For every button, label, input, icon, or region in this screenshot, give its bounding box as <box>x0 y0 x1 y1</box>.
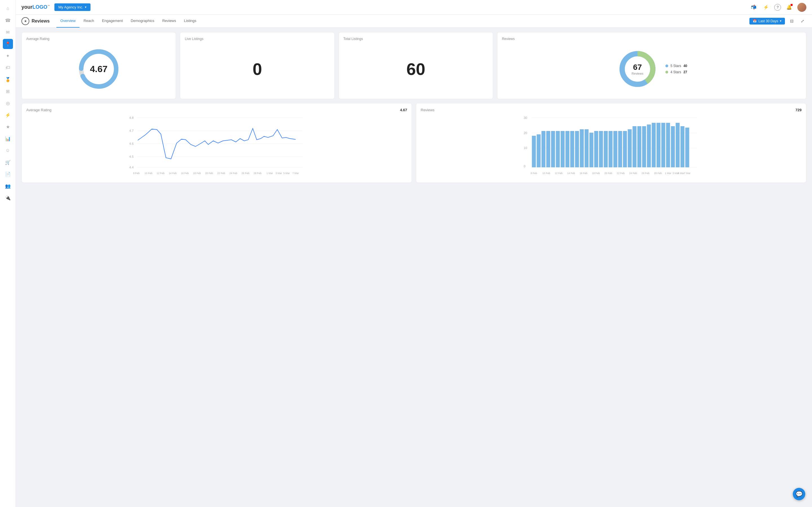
sidebar-item-star-circle[interactable]: ✦ <box>3 51 13 61</box>
sidebar: ⌂☎✉📍✦🏷🏅⊞◎⚡★📊☺🛒📄👥🔌 <box>0 0 16 507</box>
sidebar-item-puzzle[interactable]: 🔌 <box>3 193 13 203</box>
avg-rating-chart-label: Average Rating <box>26 108 51 112</box>
sidebar-item-chart[interactable]: 📊 <box>3 133 13 144</box>
5stars-dot <box>665 64 668 67</box>
y-bar-30: 30 <box>524 116 527 119</box>
reviews-center: 67 Reviews <box>631 63 644 75</box>
bar-30 <box>671 126 675 167</box>
sidebar-item-face[interactable]: ☺ <box>3 145 13 156</box>
reviews-center-value: 67 <box>631 63 644 72</box>
tabs-container: OverviewReachEngagementDemographicsRevie… <box>56 15 200 27</box>
bell-badge <box>791 4 793 6</box>
bar-32 <box>680 126 684 167</box>
x-label-3mar: 3 Mar <box>275 172 282 175</box>
total-listings-card: Total Listings 60 <box>339 32 493 99</box>
help-icon[interactable]: ? <box>774 4 781 11</box>
bar-2 <box>537 134 541 167</box>
tab-reach[interactable]: Reach <box>80 15 98 27</box>
date-filter-button[interactable]: Last 30 Days <box>749 18 785 24</box>
avg-rating-value: 4.67 <box>90 64 107 74</box>
sidebar-item-email[interactable]: ✉ <box>3 27 13 37</box>
bar-28 <box>661 123 665 167</box>
x-label-7mar: 7 Mar <box>292 172 299 175</box>
y-label-44: 4.4 <box>130 166 134 169</box>
reviews-bar-label: Reviews <box>421 108 435 112</box>
sidebar-item-phone[interactable]: ☎ <box>3 15 13 25</box>
sidebar-item-people[interactable]: 👥 <box>3 181 13 191</box>
sidebar-item-star[interactable]: ★ <box>3 122 13 132</box>
sidebar-item-bolt[interactable]: ⚡ <box>3 110 13 120</box>
avg-rating-chart-area: 4.8 4.7 4.6 4.5 4.4 <box>26 115 407 178</box>
sidebar-item-tag[interactable]: 🏷 <box>3 62 13 73</box>
5stars-value: 40 <box>683 64 687 68</box>
legend-4stars: 4 Stars 27 <box>665 70 687 74</box>
x-label-5mar: 5 Mar <box>283 172 290 175</box>
sidebar-item-location[interactable]: 📍 <box>3 39 13 49</box>
avg-rating-card: Average Rating 4.67 <box>21 32 176 99</box>
share-icon[interactable]: ⤢ <box>799 17 806 25</box>
reviews-donut-title: Reviews <box>502 37 802 41</box>
notifications-icon[interactable]: 📬 <box>749 3 758 11</box>
bar-x-14feb: 14 Feb <box>567 172 575 175</box>
4stars-label: 4 Stars <box>670 70 681 74</box>
bell-icon[interactable]: 🔔 <box>785 3 794 11</box>
bar-13 <box>590 133 594 167</box>
logo-highlight: LOGO <box>33 4 47 10</box>
notification-symbol: 📬 <box>751 4 756 10</box>
navtabs-right: Last 30 Days ⊟ ⤢ <box>749 17 806 25</box>
x-label-26feb: 26 Feb <box>241 172 249 175</box>
agency-dropdown-button[interactable]: My Agency Inc. <box>54 3 91 11</box>
topbar: yourLOGO™ My Agency Inc. 📬 ⚡ ? 🔔 <box>16 0 812 15</box>
reviews-bar-chart-header: Reviews 729 <box>421 108 802 112</box>
logo: yourLOGO™ <box>21 4 50 10</box>
bar-9 <box>570 131 574 167</box>
bar-23 <box>638 126 642 167</box>
tab-overview[interactable]: Overview <box>56 15 80 27</box>
lightning-icon[interactable]: ⚡ <box>762 3 770 11</box>
sidebar-item-layers[interactable]: ⊞ <box>3 86 13 96</box>
avg-rating-title: Average Rating <box>26 37 50 41</box>
bar-x-24feb: 24 Feb <box>629 172 637 175</box>
tab-reviews[interactable]: Reviews <box>158 15 180 27</box>
chat-bubble-button[interactable]: 💬 <box>793 488 805 500</box>
bar-14 <box>594 131 598 167</box>
nav-tabs: ★ Reviews OverviewReachEngagementDemogra… <box>16 15 812 27</box>
bar-x-16feb: 16 Feb <box>579 172 587 175</box>
sidebar-item-home[interactable]: ⌂ <box>3 3 13 13</box>
5stars-label: 5 Stars <box>670 64 681 68</box>
reviews-donut-content: 67 Reviews 5 Stars 40 4 Stars <box>502 44 802 94</box>
x-label-14feb: 14 Feb <box>168 172 176 175</box>
tab-engagement[interactable]: Engagement <box>98 15 127 27</box>
bar-4 <box>546 131 550 167</box>
sidebar-item-badge[interactable]: 🏅 <box>3 74 13 84</box>
avg-rating-center: 4.67 <box>90 64 107 74</box>
bar-22 <box>633 126 637 167</box>
bar-31 <box>676 123 680 167</box>
reviews-donut-card: Reviews 67 Reviews <box>497 32 806 99</box>
bar-16 <box>604 131 608 167</box>
filter-icon[interactable]: ⊟ <box>788 17 796 25</box>
user-avatar[interactable] <box>797 3 806 12</box>
tab-demographics[interactable]: Demographics <box>127 15 158 27</box>
avg-rating-chart-header: Average Rating 4.67 <box>26 108 407 112</box>
tab-listings[interactable]: Listings <box>180 15 200 27</box>
y-label-46: 4.6 <box>130 142 134 145</box>
bar-x-1mar: 1 Mar <box>665 172 671 175</box>
x-label-22feb: 22 Feb <box>217 172 225 175</box>
total-listings-title: Total Listings <box>343 37 488 41</box>
live-listings-card: Live Listings 0 <box>180 32 335 99</box>
page-icon: ★ <box>21 17 29 25</box>
bar-26 <box>652 123 656 167</box>
bar-5 <box>551 131 555 167</box>
sidebar-item-cart[interactable]: 🛒 <box>3 157 13 167</box>
bottom-charts: Average Rating 4.67 4.8 4.7 4.6 4.5 4.4 <box>21 103 806 183</box>
bar-10 <box>575 131 579 167</box>
bar-27 <box>657 123 661 167</box>
y-label-47: 4.7 <box>130 129 134 132</box>
sidebar-item-document[interactable]: 📄 <box>3 169 13 179</box>
sidebar-item-target[interactable]: ◎ <box>3 98 13 108</box>
bar-17 <box>609 131 613 167</box>
4stars-value: 27 <box>683 70 687 74</box>
live-listings-title: Live Listings <box>185 37 329 41</box>
x-label-16feb: 16 Feb <box>181 172 189 175</box>
